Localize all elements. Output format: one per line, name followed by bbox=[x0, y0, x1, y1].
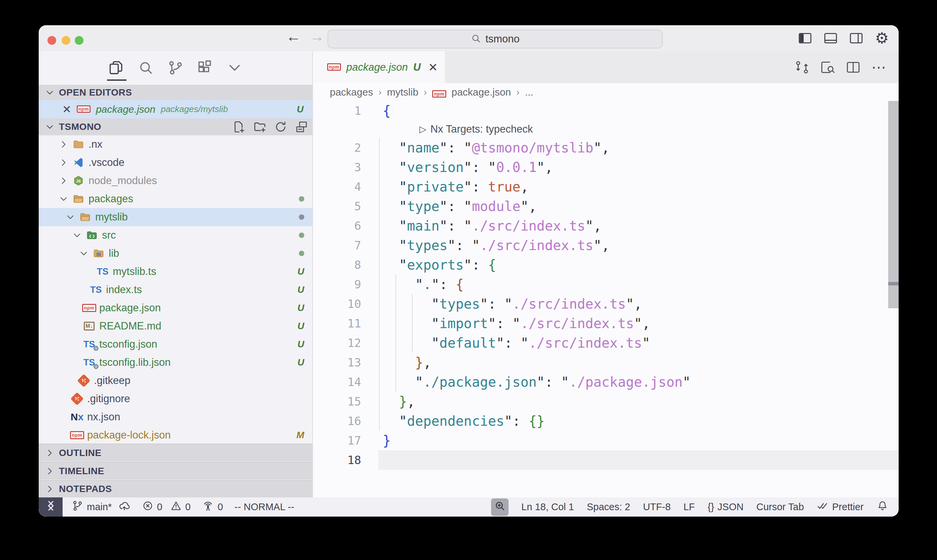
traffic-minimize-button[interactable] bbox=[62, 36, 70, 45]
traffic-close-button[interactable] bbox=[48, 36, 56, 45]
notifications-bell-icon[interactable] bbox=[876, 500, 889, 514]
tab-package-json[interactable]: npm package.json U ✕ bbox=[314, 51, 445, 83]
vim-mode-item[interactable]: -- NORMAL -- bbox=[235, 502, 294, 512]
line-number[interactable]: 18 bbox=[314, 450, 361, 470]
line-number[interactable]: 10 bbox=[314, 294, 361, 314]
code-line-9[interactable]: 9 ".": { bbox=[314, 275, 899, 294]
panel-bottom-icon[interactable] bbox=[823, 30, 839, 46]
sidebar-item--gitkeep[interactable]: .gitkeep bbox=[39, 372, 312, 390]
explorer-section-header[interactable]: TSMONO bbox=[39, 118, 312, 135]
code-line-1[interactable]: 1{ bbox=[314, 101, 899, 120]
problems-item[interactable]: 0 0 bbox=[142, 500, 191, 514]
code-line-12[interactable]: 12 "default": "./src/index.ts" bbox=[314, 333, 899, 353]
line-number[interactable]: 12 bbox=[314, 333, 361, 353]
sidebar-item-package-json[interactable]: npmpackage.jsonU bbox=[39, 299, 312, 317]
line-number[interactable]: 11 bbox=[314, 314, 361, 333]
split-editor-icon[interactable] bbox=[845, 60, 861, 75]
line-number[interactable]: 1 bbox=[314, 101, 361, 120]
collapse-all-icon[interactable] bbox=[295, 120, 308, 134]
sidebar-item-nx-json[interactable]: Nxnx.json bbox=[39, 408, 312, 426]
sidebar-item-readme-md[interactable]: M↓README.mdU bbox=[39, 317, 312, 335]
screencast-zoom-button[interactable] bbox=[491, 498, 509, 516]
new-folder-icon[interactable] bbox=[253, 120, 266, 134]
encoding-item[interactable]: UTF-8 bbox=[643, 502, 671, 512]
close-icon[interactable]: ✕ bbox=[428, 61, 438, 74]
ports-item[interactable]: 0 bbox=[202, 500, 223, 514]
open-preview-icon[interactable] bbox=[820, 60, 835, 75]
line-number[interactable]: 6 bbox=[314, 216, 361, 235]
sidebar-item-node-modules[interactable]: JSnode_modules bbox=[39, 172, 312, 190]
code-line-11[interactable]: 11 "import": "./src/index.ts", bbox=[314, 314, 899, 333]
line-number[interactable]: 16 bbox=[314, 411, 361, 431]
cursor-position-item[interactable]: Ln 18, Col 1 bbox=[522, 502, 574, 512]
open-editors-header[interactable]: OPEN EDITORS bbox=[39, 85, 312, 100]
line-number[interactable]: 7 bbox=[314, 235, 361, 255]
notepads-section-header[interactable]: NOTEPADS bbox=[39, 480, 312, 497]
panel-left-icon[interactable] bbox=[797, 30, 813, 46]
compare-changes-icon[interactable] bbox=[794, 60, 810, 75]
sidebar-item-index-ts[interactable]: TSindex.tsU bbox=[39, 281, 312, 299]
sidebar-item--vscode[interactable]: .vscode bbox=[39, 154, 312, 172]
line-number[interactable]: 9 bbox=[314, 275, 361, 294]
activity-search-icon[interactable] bbox=[137, 59, 154, 76]
code-line-17[interactable]: 17} bbox=[314, 431, 899, 450]
sidebar-item-packages[interactable]: packages bbox=[39, 190, 312, 208]
language-mode-item[interactable]: {} JSON bbox=[708, 502, 743, 512]
open-editor-item[interactable]: ✕ npm package.json packages/mytslib U bbox=[39, 100, 312, 118]
code-line-4[interactable]: 4 "private": true, bbox=[314, 177, 899, 197]
activity-extensions-icon[interactable] bbox=[197, 59, 213, 76]
more-actions-icon[interactable]: ⋯ bbox=[871, 60, 886, 75]
code-line-6[interactable]: 6 "main": "./src/index.ts", bbox=[314, 216, 899, 235]
code-line-5[interactable]: 5 "type": "module", bbox=[314, 197, 899, 216]
code-line-13[interactable]: 13 }, bbox=[314, 353, 899, 372]
line-number[interactable]: 3 bbox=[314, 157, 361, 177]
activity-explorer-icon[interactable] bbox=[108, 59, 125, 76]
code-line-8[interactable]: 8 "exports": { bbox=[314, 255, 899, 275]
new-file-icon[interactable] bbox=[232, 120, 246, 134]
breadcrumb-item[interactable]: ... bbox=[525, 86, 534, 98]
code-line-14[interactable]: 14 "./package.json": "./package.json" bbox=[314, 372, 899, 392]
refresh-icon[interactable] bbox=[274, 120, 288, 134]
sidebar-item-tsconfig-lib-json[interactable]: TS⚙tsconfig.lib.jsonU bbox=[39, 353, 312, 372]
timeline-section-header[interactable]: TIMELINE bbox=[39, 462, 312, 480]
code-line-2[interactable]: 2 "name": "@tsmono/mytslib", bbox=[314, 138, 899, 157]
sidebar-item--nx[interactable]: .nx bbox=[39, 135, 312, 154]
eol-item[interactable]: LF bbox=[683, 502, 695, 512]
cursor-tab-item[interactable]: Cursor Tab bbox=[756, 502, 804, 512]
nav-back-button[interactable]: ← bbox=[286, 28, 301, 45]
line-number[interactable]: 13 bbox=[314, 353, 361, 372]
code-line-16[interactable]: 16 "dependencies": {} bbox=[314, 411, 899, 431]
sidebar-item-src[interactable]: src bbox=[39, 226, 312, 244]
git-branch-item[interactable]: main* bbox=[71, 500, 131, 514]
settings-gear-icon[interactable]: ⚙ bbox=[874, 30, 890, 46]
code-line-7[interactable]: 7 "types": "./src/index.ts", bbox=[314, 235, 899, 255]
line-number[interactable]: 17 bbox=[314, 431, 361, 450]
breadcrumb-item[interactable]: package.json bbox=[452, 86, 511, 98]
activity-source-control-icon[interactable] bbox=[167, 59, 184, 76]
sidebar-item-mytslib[interactable]: mytslib bbox=[39, 208, 312, 226]
line-number[interactable]: 8 bbox=[314, 255, 361, 275]
outline-section-header[interactable]: OUTLINE bbox=[39, 443, 312, 462]
sidebar-item-mytslib-ts[interactable]: TSmytslib.tsU bbox=[39, 263, 312, 281]
activity-more-icon[interactable] bbox=[226, 59, 243, 76]
code-area[interactable]: 1{▷Nx Targets: typecheck2 "name": "@tsmo… bbox=[314, 101, 899, 497]
code-line-15[interactable]: 15 }, bbox=[314, 392, 899, 411]
sidebar-item-lib[interactable]: lib bbox=[39, 244, 312, 263]
command-center-search[interactable]: tsmono bbox=[328, 29, 663, 48]
remote-indicator[interactable] bbox=[39, 497, 63, 517]
close-icon[interactable]: ✕ bbox=[62, 103, 71, 116]
code-line-10[interactable]: 10 "types": "./src/index.ts", bbox=[314, 294, 899, 314]
line-number[interactable]: 14 bbox=[314, 372, 361, 392]
code-line-3[interactable]: 3 "version": "0.0.1", bbox=[314, 157, 899, 177]
sidebar-item-tsconfig-json[interactable]: TS⚙tsconfig.jsonU bbox=[39, 335, 312, 353]
nav-forward-button[interactable]: → bbox=[310, 28, 325, 45]
indentation-item[interactable]: Spaces: 2 bbox=[587, 502, 630, 512]
panel-right-icon[interactable] bbox=[848, 30, 864, 46]
codelens-nx-targets[interactable]: ▷Nx Targets: typecheck bbox=[314, 120, 899, 138]
traffic-zoom-button[interactable] bbox=[75, 36, 83, 45]
line-number[interactable]: 5 bbox=[314, 197, 361, 216]
line-number[interactable]: 4 bbox=[314, 177, 361, 197]
line-number[interactable]: 2 bbox=[314, 138, 361, 157]
line-number[interactable]: 15 bbox=[314, 392, 361, 411]
sidebar-item-package-lock-json[interactable]: npmpackage-lock.jsonM bbox=[39, 426, 312, 444]
